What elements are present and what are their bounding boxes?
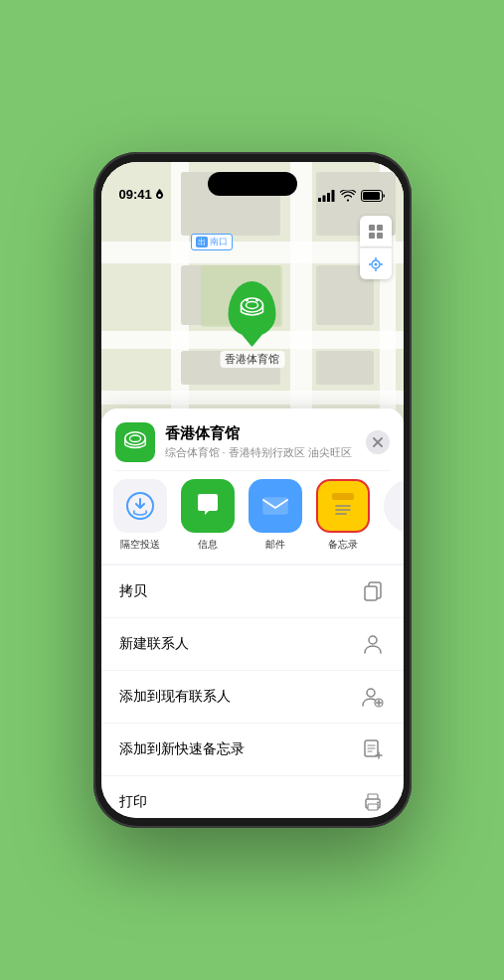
action-print[interactable]: 打印 [101, 775, 404, 818]
share-item-message[interactable]: 信息 [179, 479, 237, 552]
close-button[interactable] [366, 430, 390, 454]
svg-point-20 [129, 435, 140, 442]
add-existing-icon [360, 684, 386, 710]
bottom-sheet: 香港体育馆 综合体育馆 · 香港特别行政区 油尖旺区 [101, 408, 404, 818]
notes-quick-icon [362, 738, 384, 760]
share-item-notes[interactable]: 备忘录 [314, 479, 372, 552]
svg-rect-1 [318, 198, 321, 202]
map-type-button[interactable] [360, 216, 392, 247]
notes-icon [328, 491, 358, 521]
action-copy[interactable]: 拷贝 [101, 565, 404, 617]
airdrop-icon-wrap [113, 479, 167, 533]
share-item-more[interactable]: 提 [382, 479, 404, 552]
add-existing-label: 添加到现有联系人 [119, 688, 231, 706]
stadium-icon [239, 295, 266, 323]
svg-point-35 [367, 689, 375, 697]
share-item-mail[interactable]: 邮件 [247, 479, 304, 552]
svg-rect-14 [377, 225, 383, 231]
svg-rect-28 [332, 493, 354, 500]
venue-name: 香港体育馆 [165, 424, 356, 443]
airdrop-icon [125, 491, 155, 521]
share-row: 隔空投送 信息 [101, 471, 404, 564]
svg-rect-26 [263, 498, 287, 514]
action-add-existing[interactable]: 添加到现有联系人 [101, 670, 404, 723]
venue-info: 香港体育馆 综合体育馆 · 香港特别行政区 油尖旺区 [165, 424, 356, 460]
more-dots-icon [384, 479, 404, 533]
new-contact-label: 新建联系人 [119, 635, 189, 653]
new-contact-icon [360, 631, 386, 657]
svg-rect-46 [368, 804, 378, 810]
phone-screen: 09:41 [101, 162, 404, 818]
svg-point-34 [369, 636, 377, 644]
notes-icon-wrap [316, 479, 370, 533]
venue-icon [115, 422, 155, 462]
svg-point-18 [374, 262, 377, 265]
person-plus-icon [362, 686, 384, 708]
svg-point-8 [247, 302, 258, 309]
mail-icon [260, 491, 290, 521]
print-icon [360, 789, 386, 815]
svg-point-47 [377, 802, 379, 804]
more-icon-wrap [384, 479, 404, 533]
location-button[interactable] [360, 247, 392, 279]
mail-icon-wrap [249, 479, 302, 533]
venue-sub: 综合体育馆 · 香港特别行政区 油尖旺区 [165, 445, 356, 460]
copy-icon [360, 578, 386, 604]
svg-rect-4 [331, 190, 334, 202]
notes-label: 备忘录 [328, 538, 358, 552]
battery-icon [361, 190, 386, 202]
nankou-label: 出 南口 [191, 234, 233, 250]
map-type-icon [368, 224, 384, 240]
close-icon [373, 437, 383, 447]
svg-point-12 [255, 299, 258, 302]
action-list: 拷贝 新建联系人 [101, 565, 404, 818]
svg-rect-2 [322, 196, 325, 203]
marker-label: 香港体育馆 [220, 351, 284, 368]
phone-frame: 09:41 [93, 152, 412, 828]
svg-point-11 [246, 299, 249, 302]
signal-icon [318, 190, 335, 202]
dynamic-island [208, 172, 297, 196]
print-svg-icon [362, 791, 384, 813]
svg-point-0 [158, 194, 161, 197]
svg-rect-15 [369, 233, 375, 239]
message-icon-wrap [181, 479, 235, 533]
status-time: 09:41 [119, 187, 164, 202]
svg-rect-33 [365, 586, 377, 600]
copy-label: 拷贝 [119, 582, 147, 600]
add-notes-icon [360, 736, 386, 762]
svg-point-7 [242, 298, 263, 312]
airdrop-label: 隔空投送 [120, 538, 160, 552]
action-new-contact[interactable]: 新建联系人 [101, 617, 404, 670]
map-controls [360, 216, 392, 279]
status-icons [318, 190, 386, 202]
message-icon [193, 491, 223, 521]
location-active-icon [155, 189, 164, 200]
venue-stadium-icon [122, 429, 148, 455]
location-icon [369, 257, 383, 271]
person-icon [362, 633, 384, 655]
mail-label: 邮件 [265, 538, 285, 552]
wifi-icon [340, 190, 356, 202]
svg-rect-3 [327, 193, 330, 202]
svg-point-19 [124, 432, 144, 445]
add-notes-label: 添加到新快速备忘录 [119, 740, 245, 758]
print-label: 打印 [119, 793, 147, 811]
svg-rect-16 [377, 233, 383, 239]
sheet-header: 香港体育馆 综合体育馆 · 香港特别行政区 油尖旺区 [101, 408, 404, 470]
svg-rect-13 [369, 225, 375, 231]
stadium-marker: 香港体育馆 [220, 281, 284, 368]
svg-rect-6 [363, 192, 380, 200]
share-item-airdrop[interactable]: 隔空投送 [111, 479, 169, 552]
copy-svg-icon [362, 580, 384, 602]
message-label: 信息 [198, 538, 218, 552]
action-add-notes[interactable]: 添加到新快速备忘录 [101, 723, 404, 775]
